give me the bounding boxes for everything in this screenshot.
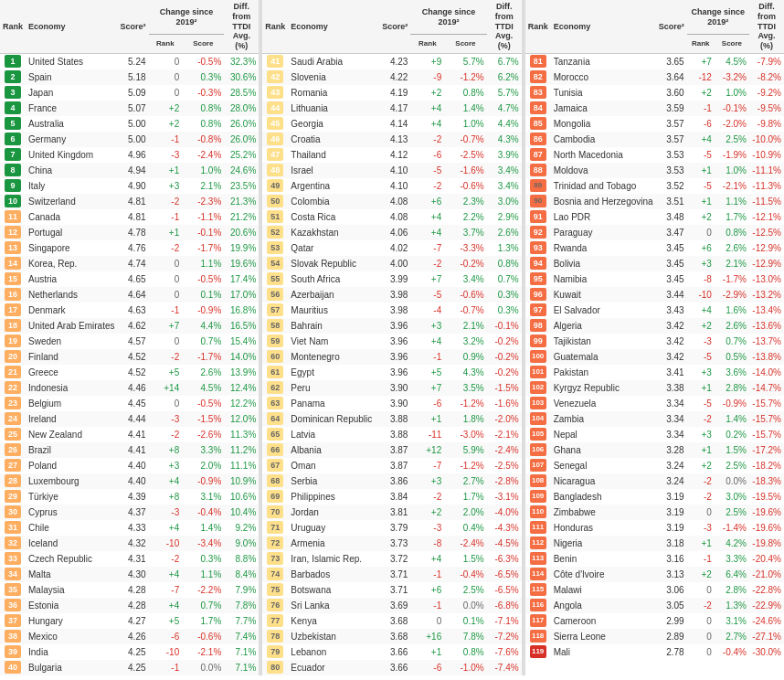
score-cell: 3.41 (656, 365, 687, 380)
change-rank-cell: 0 (149, 85, 183, 101)
table-row: 27 Poland 4.40 +3 2.0% 11.1% (0, 458, 259, 473)
diff-cell: -3.1% (487, 489, 522, 505)
table-row: 34 Malta 4.30 +4 1.1% 8.4% (0, 567, 259, 582)
table-row: 9 Italy 4.90 +3 2.1% 23.5% (0, 178, 259, 194)
rank-badge: 75 (267, 583, 283, 596)
rank-cell: 92 (525, 225, 551, 240)
table-row: 113 Benin 3.16 -1 3.3% -20.4% (525, 551, 784, 567)
score-cell: 4.64 (118, 287, 149, 303)
economy-cell: Kyrgyz Republic (551, 380, 656, 396)
diff-cell: -7.1% (487, 613, 522, 629)
economy-cell: Guatemala (551, 349, 656, 365)
economy-cell: South Africa (288, 271, 379, 287)
rank-header-3: Rank (525, 0, 551, 53)
change-rank-cell: -8 (410, 536, 444, 551)
change-score-cell: 0.8% (444, 85, 486, 101)
change-rank-cell: +1 (149, 225, 183, 240)
change-score-cell: -0.6% (444, 178, 486, 194)
rank-cell: 4 (0, 101, 26, 116)
rank-cell: 105 (525, 427, 551, 442)
change-rank-cell: -2 (410, 489, 444, 505)
rank-badge: 13 (5, 241, 21, 254)
table-row: 16 Netherlands 4.64 0 0.1% 17.0% (0, 287, 259, 303)
economy-cell: Zimbabwe (551, 505, 656, 520)
rank-badge: 26 (5, 443, 21, 456)
diff-cell: 0.3% (487, 287, 522, 303)
economy-cell: Argentina (288, 178, 379, 194)
score-cell: 3.19 (656, 505, 687, 520)
economy-cell: Latvia (288, 427, 379, 442)
table-row: 13 Singapore 4.76 -2 -1.7% 19.9% (0, 240, 259, 256)
rank-cell: 32 (0, 536, 26, 551)
rank-cell: 49 (262, 178, 288, 194)
economy-cell: France (26, 101, 118, 116)
economy-cell: Bosnia and Herzegovina (551, 194, 656, 209)
table-row: 102 Kyrgyz Republic 3.38 +1 2.8% -14.7% (525, 380, 784, 396)
diff-header: Diff. from TTDI Avg. (%) (224, 0, 259, 53)
rank-cell: 109 (525, 489, 551, 505)
change-rank-cell: +4 (410, 225, 444, 240)
economy-cell: Austria (26, 271, 118, 287)
change-score-cell: -0.1% (182, 225, 224, 240)
rank-badge: 96 (530, 288, 546, 301)
rank-badge: 64 (267, 412, 283, 425)
rank-cell: 106 (525, 442, 551, 458)
economy-cell: Malaysia (26, 582, 118, 598)
diff-cell: -13.4% (749, 303, 784, 318)
rank-cell: 48 (262, 163, 288, 178)
score-cell: 4.08 (379, 194, 410, 209)
diff-cell: -9.2% (749, 85, 784, 101)
diff-cell: -7.9% (749, 53, 784, 69)
rank-cell: 76 (262, 598, 288, 613)
change-rank-cell: -6 (149, 629, 183, 644)
diff-cell: -19.6% (749, 520, 784, 536)
table-row: 84 Jamaica 3.59 -1 -0.1% -9.5% (525, 101, 784, 116)
table-row: 32 Iceland 4.32 -10 -3.4% 9.0% (0, 536, 259, 551)
diff-cell: 10.9% (224, 473, 259, 489)
change-score-cell: -0.6% (182, 629, 224, 644)
change-rank-cell: -6 (410, 660, 444, 675)
change-rank-cell: -5 (687, 147, 715, 163)
change-score-cell: -2.5% (444, 147, 486, 163)
rank-cell: 22 (0, 380, 26, 396)
rank-badge: 74 (267, 568, 283, 580)
score-cell: 3.68 (379, 613, 410, 629)
table-row: 77 Kenya 3.68 0 0.1% -7.1% (262, 613, 521, 629)
table-row: 70 Jordan 3.81 +2 2.0% -4.0% (262, 505, 521, 520)
score-cell: 3.87 (379, 442, 410, 458)
economy-cell: Viet Nam (288, 334, 379, 349)
rank-cell: 61 (262, 365, 288, 380)
change-score-cell: 0.2% (715, 427, 749, 442)
economy-cell: Slovenia (288, 69, 379, 85)
change-score-cell: 4.5% (715, 53, 749, 69)
rank-cell: 72 (262, 536, 288, 551)
score-cell: 3.53 (656, 163, 687, 178)
change-rank-cell: +1 (687, 163, 715, 178)
rank-badge: 32 (5, 537, 21, 549)
table-row: 88 Moldova 3.53 +1 1.0% -11.1% (525, 163, 784, 178)
score-cell: 4.90 (118, 178, 149, 194)
rank-cell: 71 (262, 520, 288, 536)
change-rank-cell: -3 (149, 505, 183, 520)
change-score-cell: -0.1% (715, 101, 749, 116)
rank-cell: 27 (0, 458, 26, 473)
table-row: 85 Mongolia 3.57 -6 -2.0% -9.8% (525, 116, 784, 132)
rank-cell: 54 (262, 256, 288, 271)
score-cell: 4.13 (379, 132, 410, 147)
rank-badge: 52 (267, 226, 283, 239)
change-rank-cell: +4 (687, 132, 715, 147)
diff-cell: -2.1% (487, 427, 522, 442)
table-row: 7 United Kingdom 4.96 -3 -2.4% 25.2% (0, 147, 259, 163)
rank-cell: 24 (0, 411, 26, 427)
rank-cell: 57 (262, 303, 288, 318)
change-score-cell: 0.8% (182, 101, 224, 116)
score-cell: 4.65 (118, 271, 149, 287)
score-cell: 4.52 (118, 365, 149, 380)
rank-cell: 112 (525, 536, 551, 551)
table-row: 83 Tunisia 3.60 +2 1.0% -9.2% (525, 85, 784, 101)
rank-badge: 6 (5, 133, 21, 145)
rank-badge: 14 (5, 257, 21, 270)
change-rank-cell: +2 (687, 458, 715, 473)
diff-cell: -12.1% (749, 209, 784, 225)
economy-cell: Cyprus (26, 505, 118, 520)
